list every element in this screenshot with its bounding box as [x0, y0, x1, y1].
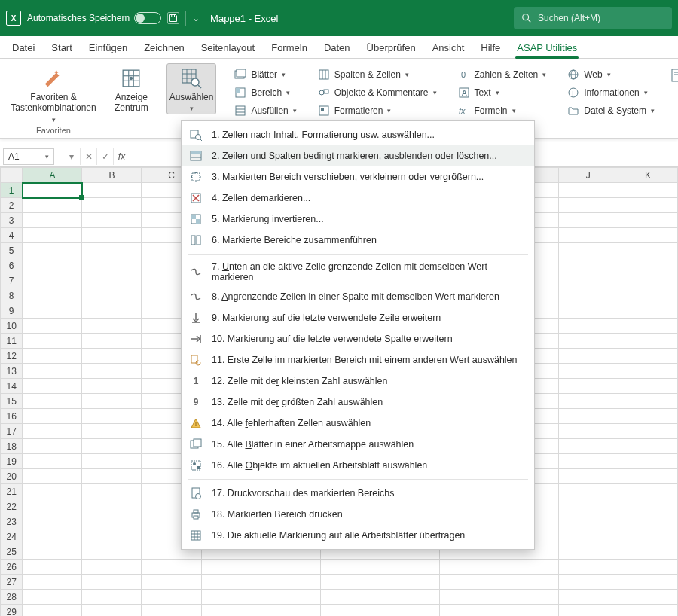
cell-E28[interactable]: [261, 590, 320, 605]
cell-A9[interactable]: [23, 303, 82, 319]
cell-A1[interactable]: [23, 183, 82, 198]
cell-A8[interactable]: [23, 288, 82, 303]
menu-item-18[interactable]: 18. Markierten Bereich drucken: [182, 504, 534, 525]
formeln-button[interactable]: fxFormeln▾: [455, 102, 550, 119]
confirm-check-icon[interactable]: ✓: [96, 148, 113, 165]
cell-A11[interactable]: [23, 334, 82, 349]
cell-A23[interactable]: [23, 514, 82, 529]
cell-K15[interactable]: [618, 394, 677, 409]
name-box-dropdown-icon[interactable]: ▾: [45, 153, 49, 160]
autosave-toggle[interactable]: [134, 12, 161, 24]
row-header-18[interactable]: 18: [1, 439, 23, 454]
cell-A5[interactable]: [23, 243, 82, 258]
cell-D26[interactable]: [201, 560, 261, 575]
menu-item-7[interactable]: 7. Unten an die aktive Zelle grenzende Z…: [182, 258, 534, 286]
cell-J25[interactable]: [558, 544, 618, 560]
cell-C26[interactable]: [142, 560, 201, 575]
col-header-A[interactable]: A: [23, 168, 82, 183]
cell-A29[interactable]: [23, 605, 82, 617]
row-header-14[interactable]: 14: [1, 379, 23, 394]
cell-F27[interactable]: [320, 575, 380, 590]
row-header-27[interactable]: 27: [1, 575, 23, 590]
row-header-10[interactable]: 10: [1, 319, 23, 334]
menu-item-10[interactable]: 10. Markierung auf die letzte verwendete…: [182, 328, 534, 349]
cell-J4[interactable]: [558, 228, 618, 243]
cell-J5[interactable]: [558, 243, 618, 258]
tab-daten[interactable]: Daten: [316, 38, 358, 58]
cell-F29[interactable]: [320, 605, 380, 617]
menu-item-6[interactable]: 6. Markierte Bereiche zusammenführen: [182, 230, 534, 251]
cell-A26[interactable]: [23, 560, 82, 575]
row-header-7[interactable]: 7: [1, 273, 23, 288]
name-box[interactable]: A1 ▾: [3, 148, 54, 165]
auswaehlen-button[interactable]: Auswählen▾: [166, 63, 217, 114]
cell-A2[interactable]: [23, 198, 82, 213]
cell-K21[interactable]: [618, 484, 677, 499]
cell-K18[interactable]: [618, 439, 677, 454]
cell-B28[interactable]: [82, 590, 142, 605]
cell-A16[interactable]: [23, 409, 82, 424]
fx-icon[interactable]: fx: [113, 148, 130, 165]
help-doc-icon[interactable]: [670, 68, 678, 83]
row-header-25[interactable]: 25: [1, 544, 23, 560]
cell-J19[interactable]: [558, 454, 618, 469]
cell-K6[interactable]: [618, 258, 677, 273]
cell-K5[interactable]: [618, 243, 677, 258]
cell-J21[interactable]: [558, 484, 618, 499]
cell-A4[interactable]: [23, 228, 82, 243]
cell-K11[interactable]: [618, 334, 677, 349]
cell-B2[interactable]: [82, 198, 142, 213]
cell-J17[interactable]: [558, 424, 618, 439]
cell-K17[interactable]: [618, 424, 677, 439]
cell-J7[interactable]: [558, 273, 618, 288]
cell-J2[interactable]: [558, 198, 618, 213]
row-header-12[interactable]: 12: [1, 349, 23, 364]
cell-K26[interactable]: [618, 560, 677, 575]
cell-K1[interactable]: [618, 183, 677, 198]
cell-J26[interactable]: [558, 560, 618, 575]
cell-K9[interactable]: [618, 303, 677, 319]
row-header-8[interactable]: 8: [1, 288, 23, 303]
cell-A10[interactable]: [23, 319, 82, 334]
cell-K20[interactable]: [618, 469, 677, 484]
tab-hilfe[interactable]: Hilfe: [473, 38, 508, 58]
cell-J11[interactable]: [558, 334, 618, 349]
menu-item-19[interactable]: 19. Die aktuelle Markierung auf alle Arb…: [182, 525, 534, 546]
cell-A13[interactable]: [23, 364, 82, 379]
menu-item-12[interactable]: 112. Zelle mit der kleinsten Zahl auswäh…: [182, 371, 534, 392]
cell-B4[interactable]: [82, 228, 142, 243]
menu-item-9[interactable]: 9. Markierung auf die letzte verwendete …: [182, 307, 534, 328]
cell-B20[interactable]: [82, 469, 142, 484]
blaetter-button[interactable]: Blätter▾: [231, 66, 299, 83]
tab-start[interactable]: Start: [44, 38, 79, 58]
cell-J22[interactable]: [558, 499, 618, 514]
cell-A15[interactable]: [23, 394, 82, 409]
cell-K12[interactable]: [618, 349, 677, 364]
row-header-6[interactable]: 6: [1, 258, 23, 273]
menu-item-2[interactable]: 2. Zeilen und Spalten bedingt markieren,…: [182, 145, 534, 166]
cell-A20[interactable]: [23, 469, 82, 484]
menu-item-16[interactable]: 16. Alle Objekte im aktuellen Arbeitsbla…: [182, 455, 534, 476]
cell-B16[interactable]: [82, 409, 142, 424]
row-header-5[interactable]: 5: [1, 243, 23, 258]
cell-J13[interactable]: [558, 364, 618, 379]
cell-G27[interactable]: [380, 575, 439, 590]
cell-C29[interactable]: [142, 605, 201, 617]
cell-K27[interactable]: [618, 575, 677, 590]
row-header-9[interactable]: 9: [1, 303, 23, 319]
cell-H29[interactable]: [439, 605, 499, 617]
cell-B22[interactable]: [82, 499, 142, 514]
cell-A6[interactable]: [23, 258, 82, 273]
cell-J12[interactable]: [558, 349, 618, 364]
cell-K23[interactable]: [618, 514, 677, 529]
row-header-20[interactable]: 20: [1, 469, 23, 484]
col-header-J[interactable]: J: [558, 168, 618, 183]
cell-A19[interactable]: [23, 454, 82, 469]
row-header-3[interactable]: 3: [1, 213, 23, 228]
datei-system-button[interactable]: Datei & System▾: [564, 102, 658, 119]
cell-A21[interactable]: [23, 484, 82, 499]
row-header-28[interactable]: 28: [1, 590, 23, 605]
cell-B8[interactable]: [82, 288, 142, 303]
save-icon[interactable]: [167, 12, 179, 24]
cell-J18[interactable]: [558, 439, 618, 454]
